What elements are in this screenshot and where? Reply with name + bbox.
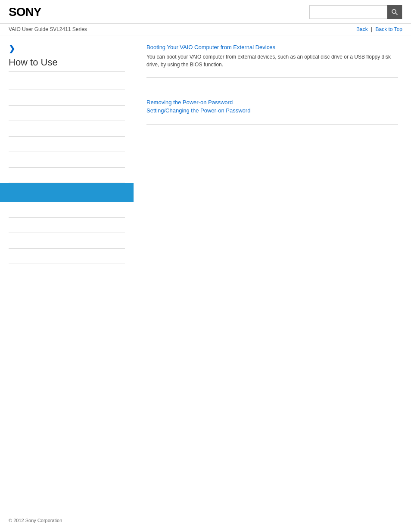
sidebar-item-3[interactable] <box>9 106 125 121</box>
copyright-text: © 2012 Sony Corporation <box>9 518 62 523</box>
sub-links-section: Removing the Power-on Password Setting/C… <box>146 86 398 124</box>
page-header: SONY <box>0 0 411 24</box>
sidebar-item-1[interactable] <box>9 75 125 90</box>
sidebar-item-11[interactable] <box>9 249 125 264</box>
guide-title: VAIO User Guide SVL2411 Series <box>9 26 87 32</box>
svg-line-1 <box>395 13 398 15</box>
nav-links: Back | Back to Top <box>356 26 402 32</box>
main-content-link[interactable]: Booting Your VAIO Computer from External… <box>146 44 398 50</box>
search-button[interactable] <box>387 5 402 19</box>
sidebar: ❯ How to Use <box>0 35 134 509</box>
sidebar-item-5[interactable] <box>9 137 125 152</box>
subheader: VAIO User Guide SVL2411 Series Back | Ba… <box>0 24 411 35</box>
sidebar-item-2[interactable] <box>9 90 125 106</box>
sidebar-item-8[interactable] <box>9 202 125 218</box>
sidebar-item-active[interactable] <box>0 183 134 202</box>
search-icon <box>391 9 398 16</box>
svg-point-0 <box>392 9 396 13</box>
sub-link-1[interactable]: Removing the Power-on Password <box>146 99 398 106</box>
sidebar-item-10[interactable] <box>9 233 125 249</box>
back-to-top-link[interactable]: Back to Top <box>376 26 402 32</box>
main-content-description: You can boot your VAIO computer from ext… <box>146 53 398 68</box>
sidebar-title: How to Use <box>9 57 125 72</box>
sony-logo: SONY <box>9 5 41 19</box>
search-container <box>309 5 402 19</box>
content-area: Booting Your VAIO Computer from External… <box>134 35 411 509</box>
main-content-section: Booting Your VAIO Computer from External… <box>146 44 398 78</box>
footer: © 2012 Sony Corporation <box>0 509 411 532</box>
sidebar-item-7[interactable] <box>9 168 125 183</box>
nav-separator: | <box>371 26 372 32</box>
search-input[interactable] <box>310 6 387 19</box>
sidebar-item-4[interactable] <box>9 121 125 137</box>
back-link[interactable]: Back <box>356 26 368 32</box>
sidebar-item-6[interactable] <box>9 152 125 168</box>
sub-link-2[interactable]: Setting/Changing the Power-on Password <box>146 107 398 114</box>
chevron-right-icon: ❯ <box>9 44 125 53</box>
sidebar-item-9[interactable] <box>9 218 125 233</box>
main-container: ❯ How to Use Booting Your VAIO Computer … <box>0 35 411 509</box>
